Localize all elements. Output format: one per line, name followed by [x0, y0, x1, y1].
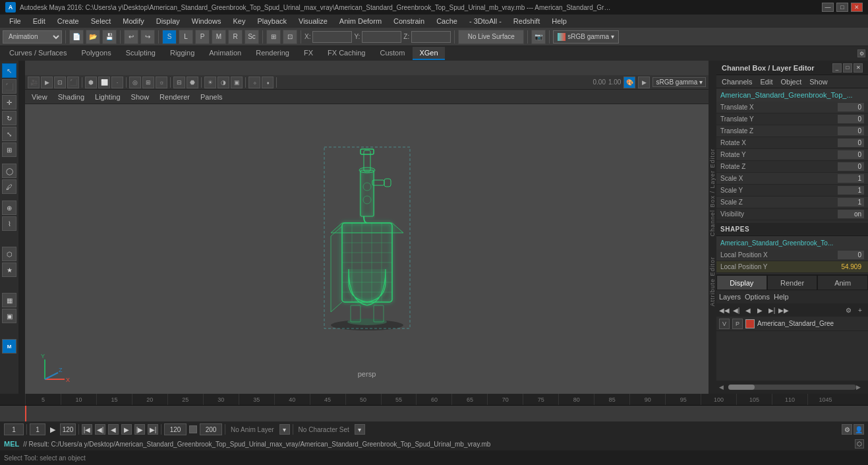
- layer-prev-icon[interactable]: ◀|: [731, 305, 741, 315]
- attribute-editor-label[interactable]: Attribute Editor: [709, 257, 716, 307]
- mode-selector[interactable]: Animation: [3, 30, 62, 44]
- undo-button[interactable]: ↩: [124, 30, 138, 44]
- camera-icon[interactable]: 🎥: [28, 77, 40, 88]
- move-tool-button[interactable]: M: [212, 30, 226, 44]
- help-menu[interactable]: Help: [774, 293, 789, 301]
- timeline-playhead[interactable]: [25, 406, 26, 421]
- layer-add-icon[interactable]: +: [855, 305, 865, 315]
- scale-x-row[interactable]: Scale X 1: [716, 173, 868, 185]
- layer-forward-icon[interactable]: ▶: [755, 305, 765, 315]
- lighting1-icon[interactable]: ☀: [204, 77, 216, 88]
- render-tab[interactable]: Render: [767, 275, 818, 290]
- rotate-tool-vert-button[interactable]: ↻: [2, 111, 16, 125]
- menu-redshift[interactable]: Redshift: [508, 16, 545, 26]
- layer-visibility-btn[interactable]: V: [719, 319, 730, 329]
- max-frame-input[interactable]: [200, 423, 222, 435]
- tab-curves-surfaces[interactable]: Curves / Surfaces: [3, 47, 73, 60]
- color-space-button[interactable]: sRGB gamma ▾: [553, 30, 619, 44]
- menu-file[interactable]: File: [4, 16, 26, 26]
- start-frame-input[interactable]: [30, 423, 45, 435]
- play-back-button[interactable]: ◀: [108, 424, 119, 435]
- tab-polygons[interactable]: Polygons: [74, 47, 117, 60]
- scroll-right-icon[interactable]: ▶: [856, 384, 865, 390]
- menu-constrain[interactable]: Constrain: [388, 16, 430, 26]
- panel-float-icon[interactable]: □: [843, 63, 852, 73]
- tab-sculpting[interactable]: Sculpting: [119, 47, 162, 60]
- open-file-button[interactable]: 📂: [86, 30, 100, 44]
- tab-animation[interactable]: Animation: [202, 47, 248, 60]
- step-forward-button[interactable]: |▶: [134, 424, 145, 435]
- solid-icon[interactable]: ⬛: [67, 77, 79, 88]
- redo-button[interactable]: ↪: [140, 30, 155, 44]
- view-menu[interactable]: View: [29, 92, 50, 102]
- settings-icon[interactable]: ⚙: [857, 49, 865, 57]
- grid-icon[interactable]: ⊟: [173, 77, 185, 88]
- custom-tool-button[interactable]: ★: [2, 263, 16, 277]
- z-input[interactable]: [411, 31, 451, 43]
- soft-select-button[interactable]: ◯: [2, 164, 16, 178]
- minimize-button[interactable]: —: [822, 3, 834, 12]
- show-manipulator-button[interactable]: ⬡: [2, 247, 16, 261]
- rotate-tool-button[interactable]: R: [228, 30, 243, 44]
- paint-tool-button[interactable]: P: [195, 30, 210, 44]
- sculpt-button[interactable]: 🖊: [2, 179, 16, 194]
- layer-back-icon[interactable]: ◀: [743, 305, 753, 315]
- layer-scrollbar[interactable]: ◀ ▶: [716, 381, 868, 394]
- range-end-slider[interactable]: [189, 425, 197, 433]
- smooth-preview-icon[interactable]: ⬢: [85, 77, 97, 88]
- close-button[interactable]: ✕: [851, 3, 863, 12]
- lasso-tool-button[interactable]: L: [179, 30, 193, 44]
- panels-menu[interactable]: Panels: [198, 92, 225, 102]
- edit-menu[interactable]: Edit: [757, 77, 775, 86]
- title-bar-controls[interactable]: — □ ✕: [822, 3, 863, 12]
- object-menu[interactable]: Object: [778, 77, 804, 86]
- camera-button[interactable]: 📷: [531, 30, 546, 44]
- menu-display[interactable]: Display: [151, 16, 185, 26]
- scroll-left-icon[interactable]: ◀: [719, 384, 728, 390]
- scale-tool-vert-button[interactable]: ⤡: [2, 127, 16, 141]
- menu-playback[interactable]: Playback: [252, 16, 292, 26]
- snap-button[interactable]: ⊞: [266, 30, 281, 44]
- anim-prefs-button[interactable]: ⚙: [842, 424, 852, 435]
- paint-select-button[interactable]: ⬛: [2, 79, 16, 94]
- x-input[interactable]: [312, 31, 352, 43]
- new-file-button[interactable]: 📄: [69, 30, 84, 44]
- renderer-menu[interactable]: Renderer: [157, 92, 192, 102]
- film-icon[interactable]: ▶: [41, 77, 53, 88]
- layer-color-swatch[interactable]: [745, 319, 755, 328]
- panel-close-icon[interactable]: ✕: [854, 63, 863, 73]
- scale-y-row[interactable]: Scale Y 1: [716, 185, 868, 197]
- options-menu[interactable]: Options: [745, 293, 770, 301]
- current-frame-input[interactable]: [4, 423, 24, 435]
- layer-prev-prev-icon[interactable]: ◀◀: [719, 305, 730, 315]
- shadow-icon[interactable]: ▣: [231, 77, 243, 88]
- resolution-icon[interactable]: ⊞: [142, 77, 154, 88]
- hud-icon[interactable]: ⬣: [187, 77, 198, 88]
- menu-key[interactable]: Key: [227, 16, 250, 26]
- visibility-row[interactable]: Visibility on: [716, 208, 868, 220]
- save-file-button[interactable]: 💾: [102, 30, 117, 44]
- menu-visualize[interactable]: Visualize: [293, 16, 333, 26]
- tab-fx[interactable]: FX: [297, 47, 320, 60]
- layer-playback-btn[interactable]: P: [732, 319, 743, 329]
- char-set-dropdown[interactable]: ▾: [355, 424, 365, 435]
- menu-help[interactable]: Help: [546, 16, 572, 26]
- xray-icon[interactable]: ☼: [156, 77, 167, 88]
- viewport2-icon[interactable]: ⬦: [248, 77, 260, 88]
- move-tool-vert-button[interactable]: ✛: [2, 95, 16, 109]
- transform-tool-button[interactable]: ⊞: [2, 142, 16, 157]
- isolate-icon[interactable]: ◎: [129, 77, 141, 88]
- points-icon[interactable]: ·: [111, 77, 123, 88]
- display-tab[interactable]: Display: [716, 275, 767, 290]
- menu-modify[interactable]: Modify: [117, 16, 149, 26]
- render-button[interactable]: ▦: [2, 293, 16, 307]
- menu-windows[interactable]: Windows: [187, 16, 227, 26]
- range-end-input[interactable]: [164, 423, 187, 435]
- char-prefs-button[interactable]: 👤: [854, 424, 864, 435]
- tab-custom[interactable]: Custom: [374, 47, 412, 60]
- show-menu[interactable]: Show: [129, 92, 152, 102]
- local-pos-x-row[interactable]: Local Position X 0: [716, 249, 868, 261]
- layer-settings-icon[interactable]: ⚙: [843, 305, 854, 315]
- channels-menu[interactable]: Channels: [719, 77, 755, 86]
- rotate-z-row[interactable]: Rotate Z 0: [716, 161, 868, 173]
